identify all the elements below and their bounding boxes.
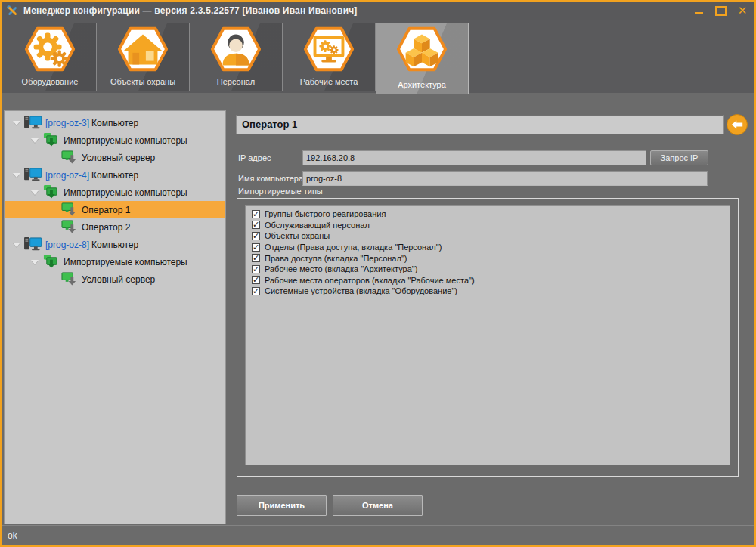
workstation-icon (302, 26, 355, 73)
maximize-button[interactable] (714, 5, 727, 17)
checkbox-item[interactable]: Группы быстрого реагирования (252, 209, 730, 220)
toolbar-tab-label: Персонал (190, 77, 282, 86)
checkbox[interactable] (252, 287, 260, 295)
imported-types-label: Импортируемые типы (238, 187, 323, 196)
checkbox-item[interactable]: Объекты охраны (252, 230, 730, 242)
imported-types-list: Группы быстрого реагированияОбслуживающи… (245, 205, 730, 465)
checkbox[interactable] (252, 243, 260, 252)
computer-icon (23, 115, 42, 131)
imported-computer-icon (59, 202, 79, 218)
house-icon (116, 26, 169, 73)
checkbox-item[interactable]: Отделы (Права доступа, вкладка "Персонал… (252, 242, 730, 253)
toolbar-tab-workstations[interactable]: Рабочие места (283, 23, 376, 91)
status-message: ok (8, 530, 17, 541)
expand-arrow-icon[interactable] (29, 190, 41, 195)
checkbox[interactable] (252, 265, 260, 274)
computer-icon (23, 236, 42, 253)
tree-item-label: Условный сервер (82, 274, 155, 285)
tree-item-label: Условный сервер (82, 153, 155, 163)
close-button[interactable]: ✕ (736, 5, 748, 17)
checkbox-item[interactable]: Рабочие места операторов (вкладка "Рабоч… (252, 275, 730, 286)
imported-computer-icon (59, 271, 79, 288)
toolbar-tab-guard-objects[interactable]: Объекты охраны (97, 23, 190, 91)
app-tools-icon (6, 5, 19, 17)
import-computers-icon (41, 184, 60, 201)
arrow-left-icon (731, 119, 743, 130)
request-ip-button[interactable]: Запрос IP (650, 150, 708, 165)
toolbar-tab-label: Рабочие места (283, 77, 375, 86)
person-icon (209, 26, 262, 73)
toolbar-tab-equipment[interactable]: Оборудование (4, 23, 97, 91)
gear-icon (23, 26, 76, 73)
page-title: Оператор 1 (236, 115, 724, 134)
checkbox-label: Системные устройства (вкладка "Оборудова… (265, 286, 457, 295)
checkbox-label: Обслуживающий персонал (265, 221, 370, 230)
ip-address-label: IP адрес (238, 150, 271, 165)
imported-computer-icon (59, 150, 79, 166)
tree-item[interactable]: Импортируемые компьютеры (5, 131, 225, 149)
cubes-icon (395, 26, 448, 73)
toolbar: Оборудование Объекты охраны Персонал Раб… (2, 20, 754, 93)
minimize-button[interactable] (692, 5, 705, 17)
cancel-button[interactable]: Отмена (333, 495, 423, 516)
back-button[interactable] (727, 114, 748, 135)
checkbox[interactable] (252, 210, 260, 218)
expand-arrow-icon[interactable] (29, 260, 41, 264)
checkbox-label: Права доступа (вкладка "Персонал") (265, 254, 407, 263)
tree-item-label: Импортируемые компьютеры (64, 187, 187, 198)
tree-item[interactable]: Условный сервер (5, 270, 225, 288)
tree-item[interactable]: Импортируемые компьютеры (5, 253, 225, 270)
computer-icon (23, 167, 42, 184)
tree-item-label: Импортируемые компьютеры (64, 257, 187, 267)
checkbox-item[interactable]: Рабочее место (вкладка "Архитектура") (252, 264, 730, 275)
checkbox-item[interactable]: Права доступа (вкладка "Персонал") (252, 252, 730, 264)
tree-item-label: Компьютер (91, 170, 138, 181)
computer-name-label: Имя компьютера (238, 171, 303, 186)
button-area-divider (229, 490, 754, 490)
checkbox-item[interactable]: Обслуживающий персонал (252, 220, 730, 231)
tree-item-host-prefix: [prog-oz-3] (45, 118, 89, 128)
checkbox-label: Отделы (Права доступа, вкладка "Персонал… (265, 243, 442, 252)
tree-item-host-prefix: [prog-oz-8] (45, 240, 89, 250)
toolbar-tab-personnel[interactable]: Персонал (190, 23, 283, 91)
architecture-tree: [prog-oz-3]Компьютер Импортируемые компь… (4, 110, 226, 524)
tree-item[interactable]: [prog-oz-8]Компьютер (5, 236, 225, 253)
status-bar: ok (2, 525, 754, 545)
apply-button[interactable]: Применить (237, 495, 327, 516)
checkbox[interactable] (252, 276, 260, 284)
detail-panel: Оператор 1 IP адрес Запрос IP Имя компью… (229, 110, 754, 524)
expand-arrow-icon[interactable] (29, 138, 41, 143)
tree-item[interactable]: Условный сервер (5, 149, 225, 166)
checkbox-label: Объекты охраны (265, 231, 330, 240)
import-computers-icon (41, 132, 60, 149)
checkbox-label: Рабочие места операторов (вкладка "Рабоч… (265, 276, 475, 285)
tree-item[interactable]: Импортируемые компьютеры (5, 184, 225, 201)
tree-item[interactable]: Оператор 1 (5, 201, 225, 218)
ip-address-input[interactable] (302, 150, 646, 165)
tree-item[interactable]: Оператор 2 (5, 218, 225, 236)
tree-item-label: Оператор 2 (82, 222, 130, 233)
title-bar: Менеджер конфигурации — версия 2.3.5.225… (2, 2, 754, 20)
import-computers-icon (41, 254, 60, 270)
imported-computer-icon (59, 219, 79, 236)
tree-item[interactable]: [prog-oz-4]Компьютер (5, 166, 225, 184)
checkbox[interactable] (252, 254, 260, 262)
expand-arrow-icon[interactable] (11, 173, 23, 178)
checkbox-label: Группы быстрого реагирования (265, 209, 386, 218)
imported-types-groupbox: Группы быстрого реагированияОбслуживающи… (237, 198, 739, 477)
checkbox-label: Рабочее место (вкладка "Архитектура") (265, 264, 417, 274)
toolbar-tab-label: Архитектура (376, 80, 468, 89)
app-window: Менеджер конфигурации — версия 2.3.5.225… (0, 0, 756, 547)
checkbox[interactable] (252, 232, 260, 240)
tree-item-label: Компьютер (91, 240, 138, 250)
window-title: Менеджер конфигурации — версия 2.3.5.225… (23, 5, 358, 16)
toolbar-tab-architecture[interactable]: Архитектура (376, 23, 469, 94)
tree-item[interactable]: [prog-oz-3]Компьютер (5, 114, 225, 131)
expand-arrow-icon[interactable] (11, 243, 23, 247)
expand-arrow-icon[interactable] (11, 121, 23, 125)
checkbox-item[interactable]: Системные устройства (вкладка "Оборудова… (252, 286, 730, 297)
computer-name-input[interactable] (302, 171, 708, 186)
tree-item-label: Оператор 1 (82, 205, 130, 215)
tree-item-host-prefix: [prog-oz-4] (45, 170, 89, 181)
checkbox[interactable] (252, 221, 260, 229)
